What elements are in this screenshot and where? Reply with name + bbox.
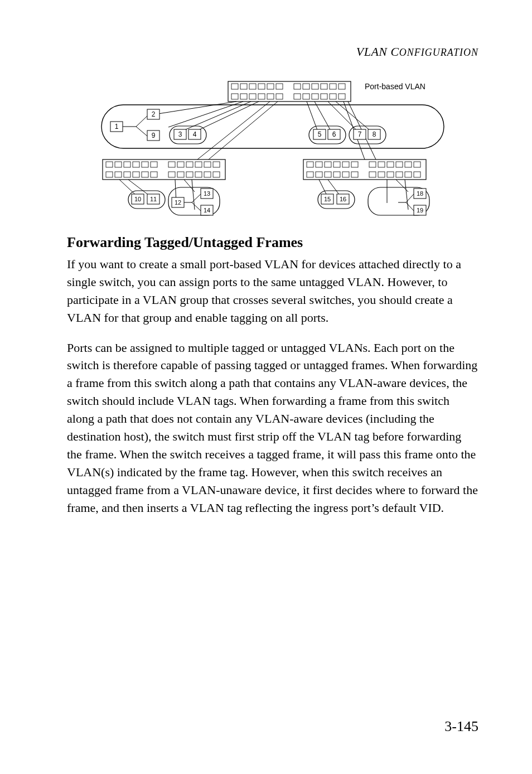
- svg-line-32: [307, 101, 318, 132]
- num-19: 19: [417, 207, 423, 214]
- num-18: 18: [417, 190, 423, 197]
- num-16: 16: [340, 196, 346, 202]
- svg-line-33: [315, 101, 331, 132]
- paragraph-2: Ports can be assigned to multiple tagged…: [67, 339, 478, 517]
- page: VLAN CONFIGURATION: [0, 0, 532, 774]
- num-14: 14: [204, 207, 210, 214]
- num-13: 13: [204, 190, 210, 197]
- vlan-figure: Port-based VLAN 1: [67, 76, 478, 221]
- num-2: 2: [152, 110, 156, 118]
- page-number: 3-145: [444, 718, 478, 735]
- svg-line-58: [405, 180, 408, 210]
- svg-line-30: [197, 101, 270, 159]
- num-12: 12: [175, 199, 181, 206]
- svg-line-29: [195, 101, 259, 132]
- num-8: 8: [373, 130, 376, 138]
- paragraph-1: If you want to create a small port-based…: [67, 255, 478, 327]
- running-head-small: ONFIGURATION: [399, 47, 478, 58]
- num-15: 15: [324, 196, 331, 202]
- label-port-based-vlan: Port-based VLAN: [365, 82, 425, 91]
- section-heading: Forwarding Tagged/Untagged Frames: [67, 234, 478, 251]
- num-10: 10: [134, 196, 141, 202]
- svg-line-40: [136, 127, 147, 136]
- num-11: 11: [150, 196, 157, 202]
- num-7: 7: [358, 130, 362, 138]
- svg-line-31: [209, 101, 278, 159]
- svg-line-48: [192, 180, 195, 210]
- running-head-main: VLAN C: [356, 45, 399, 59]
- num-3: 3: [178, 130, 182, 138]
- num-1: 1: [115, 123, 119, 130]
- svg-line-39: [136, 116, 147, 127]
- running-head: VLAN CONFIGURATION: [67, 45, 478, 59]
- svg-line-63: [406, 202, 414, 211]
- svg-line-28: [181, 101, 251, 132]
- svg-line-57: [396, 180, 408, 192]
- svg-line-53: [192, 202, 201, 211]
- num-9: 9: [152, 132, 156, 139]
- num-6: 6: [332, 130, 336, 138]
- num-4: 4: [193, 130, 197, 138]
- num-5: 5: [318, 130, 322, 138]
- vlan-diagram-svg: Port-based VLAN 1: [97, 76, 448, 221]
